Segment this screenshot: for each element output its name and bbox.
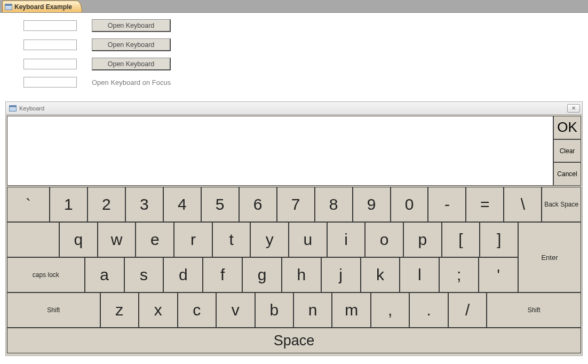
key-l[interactable]: l (400, 257, 439, 292)
text-input-1[interactable] (23, 20, 77, 31)
key-slash[interactable]: / (448, 292, 487, 328)
key-t[interactable]: t (212, 222, 251, 257)
keyboard-rows: ` 1 2 3 4 5 6 7 8 9 0 - = \ Back Space q… (6, 187, 582, 355)
key-p[interactable]: p (403, 222, 442, 257)
key-period[interactable]: . (409, 292, 448, 328)
form-row: Open Keyboard (23, 19, 588, 32)
form-tab[interactable]: Keyboard Example (2, 1, 82, 12)
key-minus[interactable]: - (428, 187, 466, 222)
form-header: Keyboard Example (0, 0, 588, 13)
key-o[interactable]: o (365, 222, 403, 257)
key-m[interactable]: m (332, 292, 370, 328)
form-icon (5, 4, 12, 10)
key-row-2: q w e r t y u i o p [ ] (7, 222, 518, 257)
key-w[interactable]: w (98, 222, 136, 257)
key-g[interactable]: g (242, 257, 282, 292)
open-keyboard-button[interactable]: Open Keyboard (92, 38, 171, 51)
key-u[interactable]: u (289, 222, 327, 257)
key-c[interactable]: c (178, 292, 216, 328)
ok-button[interactable]: OK (553, 116, 581, 139)
form-row: Open Keyboard on Focus (23, 77, 588, 88)
key-j[interactable]: j (321, 257, 361, 292)
key-8[interactable]: 8 (315, 187, 353, 222)
key-row-4: Shift z x c v b n m , . / Shift (7, 292, 581, 328)
key-comma[interactable]: , (371, 292, 409, 328)
upper-area: Open Keyboard Open Keyboard Open Keyboar… (0, 13, 588, 98)
key-lbracket[interactable]: [ (442, 222, 480, 257)
key-rbracket[interactable]: ] (480, 222, 518, 257)
space-key[interactable]: Space (7, 328, 581, 353)
keyboard-title: Keyboard (19, 105, 44, 112)
key-row-1: ` 1 2 3 4 5 6 7 8 9 0 - = \ Back Space (7, 187, 581, 222)
key-3[interactable]: 3 (125, 187, 163, 222)
form-tab-label: Keyboard Example (14, 3, 72, 11)
open-keyboard-button[interactable]: Open Keyboard (92, 19, 171, 32)
shift-right-key[interactable]: Shift (487, 292, 581, 328)
key-backslash[interactable]: \ (504, 187, 542, 222)
key-y[interactable]: y (250, 222, 289, 257)
key-h[interactable]: h (282, 257, 321, 292)
key-n[interactable]: n (293, 292, 332, 328)
key-b[interactable]: b (255, 292, 293, 328)
key-apostrophe[interactable]: ' (479, 257, 518, 292)
form-icon (9, 105, 17, 112)
key-row-5: Space (7, 328, 581, 353)
key-backtick[interactable]: ` (7, 187, 50, 222)
key-f[interactable]: f (203, 257, 242, 292)
close-icon[interactable]: ✕ (567, 104, 580, 113)
key-x[interactable]: x (139, 292, 177, 328)
key-2[interactable]: 2 (88, 187, 125, 222)
enter-key[interactable]: Enter (518, 222, 581, 292)
key-1[interactable]: 1 (50, 187, 88, 222)
key-9[interactable]: 9 (353, 187, 391, 222)
text-input-2[interactable] (23, 39, 77, 50)
form-row: Open Keyboard (23, 58, 588, 70)
keyboard-titlebar: Keyboard ✕ (6, 102, 582, 115)
key-v[interactable]: v (216, 292, 255, 328)
key-i[interactable]: i (327, 222, 365, 257)
key-6[interactable]: 6 (239, 187, 277, 222)
key-4[interactable]: 4 (163, 187, 201, 222)
open-keyboard-button[interactable]: Open Keyboard (92, 58, 171, 70)
clear-button[interactable]: Clear (553, 139, 581, 163)
key-s[interactable]: s (124, 257, 164, 292)
key-q[interactable]: q (59, 222, 98, 257)
shift-left-key[interactable]: Shift (7, 292, 100, 328)
key-0[interactable]: 0 (391, 187, 428, 222)
key-e[interactable]: e (136, 222, 174, 257)
keyboard-top: OK Clear Cancel (6, 115, 582, 187)
key-k[interactable]: k (361, 257, 400, 292)
key-row-3: caps lock a s d f g h j k l ; ' (7, 257, 518, 292)
key-d[interactable]: d (163, 257, 203, 292)
capslock-key[interactable]: caps lock (7, 257, 85, 292)
key-5[interactable]: 5 (201, 187, 239, 222)
key-row-2-3-wrap: q w e r t y u i o p [ ] caps lock a s (7, 222, 581, 292)
key-z[interactable]: z (100, 292, 139, 328)
text-input-4[interactable] (23, 77, 77, 88)
key-r[interactable]: r (174, 222, 212, 257)
keyboard-window: Keyboard ✕ OK Clear Cancel ` 1 2 3 4 5 6… (5, 101, 583, 356)
backspace-key[interactable]: Back Space (542, 187, 581, 222)
key-semicolon[interactable]: ; (439, 257, 479, 292)
key-7[interactable]: 7 (277, 187, 315, 222)
keyboard-display[interactable] (7, 116, 553, 186)
key-equals[interactable]: = (466, 187, 504, 222)
open-on-focus-label: Open Keyboard on Focus (92, 78, 171, 86)
cancel-button[interactable]: Cancel (553, 162, 581, 186)
form-row: Open Keyboard (23, 38, 588, 51)
keyboard-side-buttons: OK Clear Cancel (553, 116, 581, 186)
key-a[interactable]: a (85, 257, 124, 292)
text-input-3[interactable] (23, 59, 77, 69)
key-blank-left[interactable] (7, 222, 59, 257)
